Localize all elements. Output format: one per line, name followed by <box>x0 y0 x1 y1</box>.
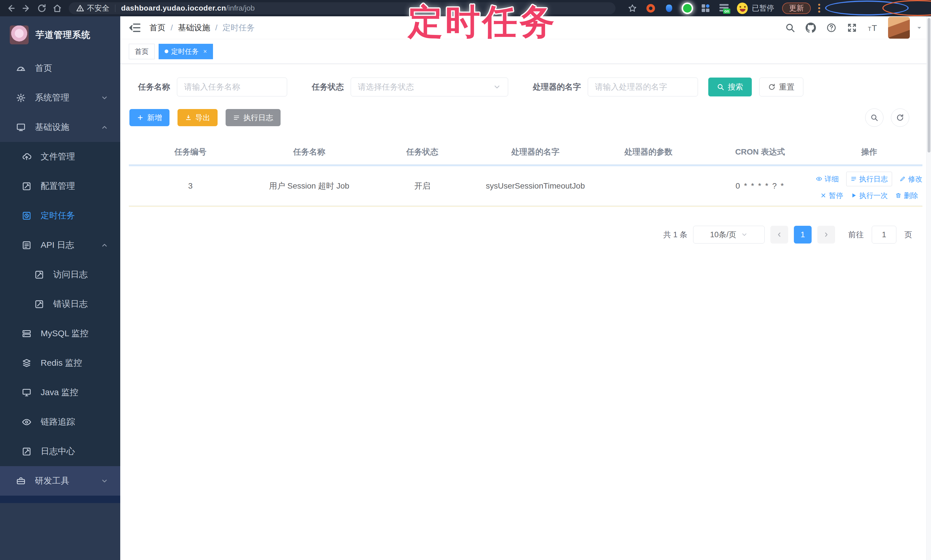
sidebar-item-dev-tools[interactable]: 研发工具 <box>0 466 120 495</box>
page-number-active[interactable]: 1 <box>794 226 812 243</box>
search-icon <box>717 83 724 91</box>
extension-blue[interactable] <box>664 3 675 14</box>
svg-text:T: T <box>868 25 871 32</box>
pause-link[interactable]: 暂停 <box>820 191 843 200</box>
breadcrumb-home[interactable]: 首页 <box>150 22 165 33</box>
page-size-select[interactable]: 10条/页 <box>693 226 765 243</box>
extension-switch[interactable]: on <box>718 3 729 14</box>
job-name-input[interactable] <box>177 78 287 97</box>
fullscreen-icon[interactable] <box>847 23 857 33</box>
next-page-button[interactable] <box>817 226 835 243</box>
infra-submenu: 文件管理 配置管理 定时任务 API 日志 <box>0 142 120 466</box>
row-exec-log-link[interactable]: 执行日志 <box>846 172 892 186</box>
breadcrumb-section[interactable]: 基础设施 <box>178 22 210 33</box>
edit-link[interactable]: 修改 <box>900 174 922 184</box>
job-status-select[interactable]: 请选择任务状态 <box>351 78 508 97</box>
breadcrumb: 首页 / 基础设施 / 定时任务 <box>150 22 255 33</box>
exec-log-button[interactable]: 执行日志 <box>226 109 281 126</box>
log-icon <box>22 240 31 250</box>
back-button[interactable] <box>5 3 17 14</box>
sidebar-item-redis-monitor[interactable]: Redis 监控 <box>0 348 120 378</box>
update-button[interactable]: 更新 <box>782 3 811 14</box>
job-status-placeholder: 请选择任务状态 <box>358 82 414 92</box>
trash-icon <box>895 192 902 198</box>
page-unit-label: 页 <box>904 229 912 240</box>
sidebar-item-file-management[interactable]: 文件管理 <box>0 142 120 171</box>
app-logo <box>10 25 29 45</box>
reset-button[interactable]: 重置 <box>759 78 803 97</box>
sidebar-item-infra[interactable]: 基础设施 <box>0 112 120 142</box>
sidebar-item-scheduled-jobs[interactable]: 定时任务 <box>0 201 120 230</box>
extension-grid[interactable] <box>700 3 711 14</box>
list-icon <box>851 176 857 182</box>
edit-icon <box>34 270 44 280</box>
browser-window: 不安全 dashboard.yudao.iocoder.cn /infra/jo… <box>0 0 931 560</box>
reload-button[interactable] <box>36 3 48 14</box>
cell-job-id: 3 <box>129 182 252 191</box>
sidebar-item-label: 研发工具 <box>35 475 69 487</box>
browser-menu-button[interactable] <box>818 4 820 12</box>
sidebar-item-config-management[interactable]: 配置管理 <box>0 171 120 201</box>
reset-button-label: 重置 <box>779 82 794 92</box>
sidebar-item-java-monitor[interactable]: Java 监控 <box>0 378 120 407</box>
timer-icon <box>22 211 31 221</box>
scrollbar-thumb[interactable] <box>928 18 930 152</box>
caret-down-icon[interactable] <box>916 25 922 31</box>
tag-home[interactable]: 首页 <box>129 44 154 59</box>
tag-scheduled-jobs[interactable]: 定时任务 × <box>159 44 213 59</box>
table-header-row: 任务编号 任务名称 任务状态 处理器的名字 处理器的参数 CRON 表达式 操作 <box>129 139 922 165</box>
home-button[interactable] <box>51 3 63 14</box>
sidebar-item-error-log[interactable]: 错误日志 <box>0 289 120 319</box>
github-icon[interactable] <box>806 23 816 33</box>
app-title: 芋道管理系统 <box>35 29 91 41</box>
sidebar-item-label: 链路追踪 <box>41 416 75 428</box>
toggle-search-button[interactable] <box>865 108 883 127</box>
sidebar-item-api-log[interactable]: API 日志 <box>0 230 120 260</box>
download-icon <box>185 114 192 121</box>
export-button[interactable]: 导出 <box>177 109 217 126</box>
edit-icon <box>22 447 31 456</box>
bookmark-star-button[interactable] <box>627 3 638 14</box>
extension-green[interactable] <box>682 3 693 14</box>
pause-link-label: 暂停 <box>829 191 843 200</box>
tag-close-icon[interactable]: × <box>203 48 207 55</box>
forward-button[interactable] <box>21 3 32 14</box>
add-button[interactable]: 新增 <box>129 109 170 126</box>
sidebar-item-log-center[interactable]: 日志中心 <box>0 437 120 466</box>
sidebar-item-label: 错误日志 <box>53 298 88 310</box>
eye-icon <box>816 176 822 182</box>
sidebar-item-system[interactable]: 系统管理 <box>0 83 120 112</box>
star-icon <box>628 4 637 13</box>
sidebar-item-trace[interactable]: 链路追踪 <box>0 407 120 437</box>
update-label: 更新 <box>789 3 804 13</box>
browser-scrollbar[interactable] <box>926 16 931 560</box>
extension-orange[interactable] <box>645 3 656 14</box>
search-button[interactable]: 搜索 <box>708 78 752 97</box>
handler-name-input[interactable] <box>588 78 698 97</box>
layers-icon <box>22 358 31 368</box>
pencil-icon <box>900 176 906 182</box>
filter-form: 任务名称 任务状态 请选择任务状态 处理器的名字 搜索 <box>138 78 922 97</box>
list-icon <box>233 114 240 121</box>
user-avatar[interactable] <box>888 17 910 38</box>
detail-link[interactable]: 详细 <box>816 174 839 184</box>
search-icon[interactable] <box>785 23 795 33</box>
font-size-icon[interactable]: TT <box>868 23 878 33</box>
sidebar-item-access-log[interactable]: 访问日志 <box>0 260 120 289</box>
reload-icon <box>37 3 47 13</box>
extension-emoji[interactable] <box>737 3 748 14</box>
eye-icon <box>22 417 31 427</box>
refresh-table-button[interactable] <box>891 108 909 127</box>
server-icon <box>22 329 31 338</box>
sidebar-item-home[interactable]: 首页 <box>0 54 120 83</box>
sidebar-item-mysql-monitor[interactable]: MySQL 监控 <box>0 319 120 348</box>
extension-strip: on <box>627 3 748 14</box>
goto-page-input[interactable] <box>872 226 896 243</box>
help-icon[interactable] <box>826 23 837 33</box>
emoji-extension-icon <box>737 3 748 14</box>
sidebar-collapse-button[interactable] <box>129 22 142 34</box>
prev-page-button[interactable] <box>771 226 788 243</box>
run-once-link[interactable]: 执行一次 <box>851 191 888 200</box>
chevron-down-icon <box>101 94 108 102</box>
delete-link[interactable]: 删除 <box>895 191 918 200</box>
